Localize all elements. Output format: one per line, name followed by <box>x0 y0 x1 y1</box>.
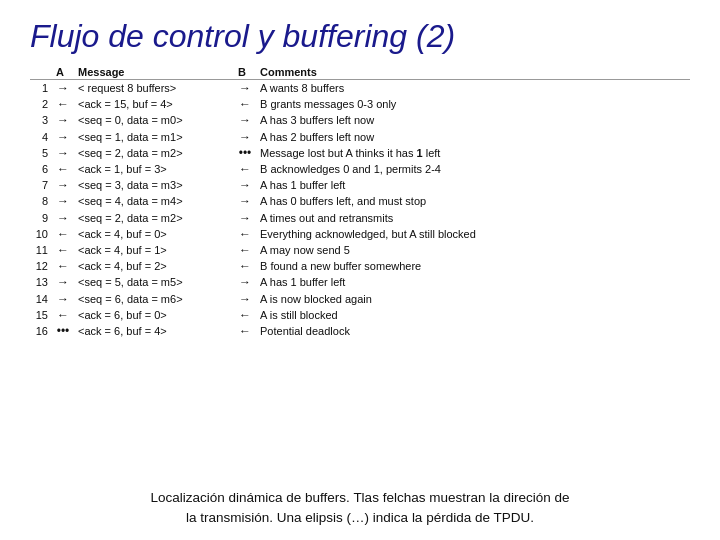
table-wrapper: A Message B Comments 1→< request 8 buffe… <box>30 65 690 482</box>
col-header-num <box>30 65 52 80</box>
row-comment: A has 2 buffers left now <box>256 129 690 145</box>
row-arrow-a: ••• <box>52 323 74 339</box>
row-arrow-b: ← <box>234 258 256 274</box>
row-message: <ack = 15, buf = 4> <box>74 96 234 112</box>
table-row: 16•••<ack = 6, buf = 4>←Potential deadlo… <box>30 323 690 339</box>
table-row: 3→<seq = 0, data = m0>→A has 3 buffers l… <box>30 112 690 128</box>
row-message: <ack = 6, buf = 0> <box>74 307 234 323</box>
row-message: <seq = 2, data = m2> <box>74 145 234 161</box>
col-header-b: B <box>234 65 256 80</box>
row-arrow-a: ← <box>52 96 74 112</box>
row-message: <seq = 3, data = m3> <box>74 177 234 193</box>
main-table: A Message B Comments 1→< request 8 buffe… <box>30 65 690 339</box>
page: Flujo de control y buffering (2) A Messa… <box>0 0 720 540</box>
row-message: <seq = 2, data = m2> <box>74 210 234 226</box>
table-row: 15←<ack = 6, buf = 0>←A is still blocked <box>30 307 690 323</box>
table-row: 5→<seq = 2, data = m2>•••Message lost bu… <box>30 145 690 161</box>
table-row: 10←<ack = 4, buf = 0>←Everything acknowl… <box>30 226 690 242</box>
row-message: <ack = 4, buf = 0> <box>74 226 234 242</box>
row-num: 5 <box>30 145 52 161</box>
row-arrow-a: ← <box>52 258 74 274</box>
table-row: 12←<ack = 4, buf = 2>←B found a new buff… <box>30 258 690 274</box>
footer: Localización dinámica de buffers. Tlas f… <box>30 488 690 529</box>
row-arrow-b: → <box>234 129 256 145</box>
row-message: <seq = 6, data = m6> <box>74 290 234 306</box>
row-comment: A has 1 buffer left <box>256 274 690 290</box>
table-row: 2←<ack = 15, buf = 4>←B grants messages … <box>30 96 690 112</box>
row-comment: A has 1 buffer left <box>256 177 690 193</box>
table-row: 6←<ack = 1, buf = 3>←B acknowledges 0 an… <box>30 161 690 177</box>
row-comment: B grants messages 0-3 only <box>256 96 690 112</box>
row-num: 16 <box>30 323 52 339</box>
footer-line1: Localización dinámica de buffers. Tlas f… <box>30 488 690 508</box>
row-num: 13 <box>30 274 52 290</box>
row-num: 1 <box>30 80 52 97</box>
row-arrow-a: → <box>52 80 74 97</box>
row-arrow-a: → <box>52 193 74 209</box>
row-comment: A is now blocked again <box>256 290 690 306</box>
row-num: 7 <box>30 177 52 193</box>
row-comment: B acknowledges 0 and 1, permits 2-4 <box>256 161 690 177</box>
row-arrow-b: → <box>234 210 256 226</box>
row-arrow-a: → <box>52 145 74 161</box>
table-row: 1→< request 8 buffers>→A wants 8 buffers <box>30 80 690 97</box>
row-arrow-b: ← <box>234 226 256 242</box>
page-title: Flujo de control y buffering (2) <box>30 18 690 55</box>
row-arrow-b: ← <box>234 161 256 177</box>
row-num: 3 <box>30 112 52 128</box>
table-row: 14→<seq = 6, data = m6>→A is now blocked… <box>30 290 690 306</box>
row-arrow-a: → <box>52 112 74 128</box>
row-comment: A may now send 5 <box>256 242 690 258</box>
row-arrow-b: → <box>234 80 256 97</box>
row-num: 11 <box>30 242 52 258</box>
row-message: <ack = 4, buf = 2> <box>74 258 234 274</box>
table-row: 4→<seq = 1, data = m1>→A has 2 buffers l… <box>30 129 690 145</box>
row-arrow-b: ← <box>234 323 256 339</box>
row-num: 8 <box>30 193 52 209</box>
row-arrow-a: → <box>52 210 74 226</box>
table-row: 13→<seq = 5, data = m5>→A has 1 buffer l… <box>30 274 690 290</box>
row-comment: Message lost but A thinks it has 1 left <box>256 145 690 161</box>
table-row: 11←<ack = 4, buf = 1>←A may now send 5 <box>30 242 690 258</box>
row-comment: A has 3 buffers left now <box>256 112 690 128</box>
row-arrow-b: → <box>234 177 256 193</box>
row-message: < request 8 buffers> <box>74 80 234 97</box>
row-message: <ack = 4, buf = 1> <box>74 242 234 258</box>
row-arrow-a: ← <box>52 242 74 258</box>
row-comment: A is still blocked <box>256 307 690 323</box>
row-comment: Everything acknowledged, but A still blo… <box>256 226 690 242</box>
row-comment: A has 0 buffers left, and must stop <box>256 193 690 209</box>
row-comment: A wants 8 buffers <box>256 80 690 97</box>
row-message: <seq = 0, data = m0> <box>74 112 234 128</box>
row-message: <ack = 1, buf = 3> <box>74 161 234 177</box>
row-arrow-b: ← <box>234 307 256 323</box>
col-header-message: Message <box>74 65 234 80</box>
row-arrow-b: → <box>234 274 256 290</box>
row-arrow-a: ← <box>52 161 74 177</box>
row-comment: B found a new buffer somewhere <box>256 258 690 274</box>
row-arrow-a: → <box>52 177 74 193</box>
row-comment: Potential deadlock <box>256 323 690 339</box>
table-row: 9→<seq = 2, data = m2>→A times out and r… <box>30 210 690 226</box>
row-num: 6 <box>30 161 52 177</box>
row-num: 12 <box>30 258 52 274</box>
row-arrow-a: ← <box>52 226 74 242</box>
table-row: 8→<seq = 4, data = m4>→A has 0 buffers l… <box>30 193 690 209</box>
row-num: 10 <box>30 226 52 242</box>
table-row: 7→<seq = 3, data = m3>→A has 1 buffer le… <box>30 177 690 193</box>
footer-line2: la transmisión. Una elipsis (…) indica l… <box>30 508 690 528</box>
row-message: <seq = 1, data = m1> <box>74 129 234 145</box>
row-arrow-b: → <box>234 193 256 209</box>
row-arrow-a: → <box>52 274 74 290</box>
row-arrow-b: ← <box>234 96 256 112</box>
col-header-comments: Comments <box>256 65 690 80</box>
row-num: 2 <box>30 96 52 112</box>
row-arrow-b: ← <box>234 242 256 258</box>
row-num: 15 <box>30 307 52 323</box>
row-comment: A times out and retransmits <box>256 210 690 226</box>
row-arrow-b: → <box>234 112 256 128</box>
row-num: 4 <box>30 129 52 145</box>
row-message: <seq = 4, data = m4> <box>74 193 234 209</box>
row-message: <ack = 6, buf = 4> <box>74 323 234 339</box>
row-num: 14 <box>30 290 52 306</box>
